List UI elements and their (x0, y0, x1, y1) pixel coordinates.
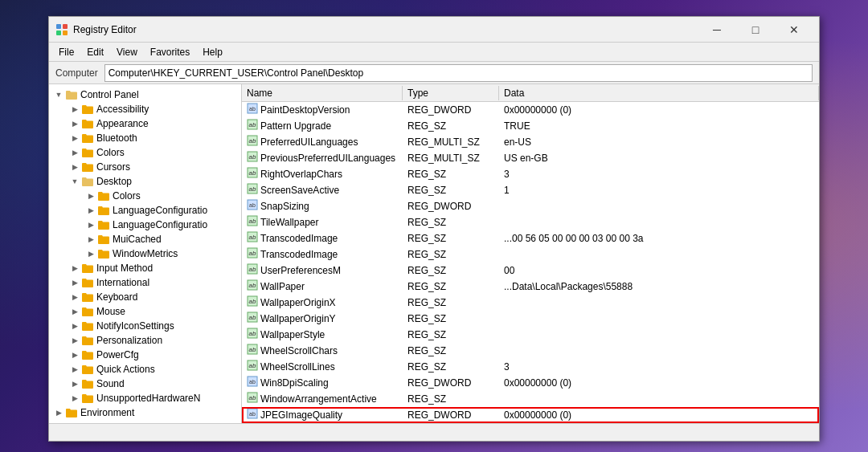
value-row[interactable]: ab Pattern Upgrade REG_SZ TRUE (242, 118, 819, 134)
svg-text:ab: ab (249, 153, 256, 161)
folder-icon (65, 407, 78, 418)
expand-icon[interactable]: ▶ (84, 247, 97, 260)
tree-panel[interactable]: ▼ Control Panel ▶ Accessibility ▶ (49, 84, 242, 423)
expand-icon[interactable]: ▶ (68, 161, 81, 173)
tree-item-langconfig1[interactable]: ▶ LanguageConfiguratio (49, 203, 241, 218)
value-row[interactable]: ab WindowArrangementActive REG_SZ (242, 391, 819, 407)
tree-item-accessibility[interactable]: ▶ Accessibility (49, 102, 241, 116)
tree-label: Control Panel (80, 89, 139, 100)
col-type-header[interactable]: Type (403, 86, 499, 100)
value-row[interactable]: ab UserPreferencesM REG_SZ 00 (242, 263, 819, 279)
value-row[interactable]: ab JPEGImageQuality REG_DWORD 0x00000000… (242, 407, 819, 423)
value-type-icon: ab (247, 215, 258, 229)
minimize-button[interactable]: ─ (698, 18, 735, 42)
tree-item-environment[interactable]: ▶ Environment (49, 405, 241, 420)
tree-item-unsupportedhardware[interactable]: ▶ UnsupportedHardwareN (49, 391, 241, 405)
expand-icon[interactable]: ▼ (52, 88, 65, 101)
tree-item-powercfg[interactable]: ▶ PowerCfg (49, 348, 241, 362)
menu-help[interactable]: Help (196, 45, 229, 59)
tree-item-keyboard[interactable]: ▶ Keyboard (49, 290, 241, 304)
menu-view[interactable]: View (110, 45, 144, 59)
value-row[interactable]: ab WheelScrollChars REG_SZ (242, 343, 819, 359)
expand-icon[interactable]: ▶ (84, 218, 97, 231)
value-row[interactable]: ab RightOverlapChars REG_SZ 3 (242, 166, 819, 182)
value-row[interactable]: ab Win8DpiScaling REG_DWORD 0x00000000 (… (242, 375, 819, 391)
tree-item-appearance[interactable]: ▶ Appearance (49, 116, 241, 131)
value-type-cell: REG_SZ (403, 296, 499, 309)
expand-icon[interactable]: ▶ (52, 406, 65, 419)
tree-item-notifyiconsettings[interactable]: ▶ NotifyIconSettings (49, 319, 241, 333)
svg-text:ab: ab (249, 185, 256, 193)
expand-icon[interactable]: ▶ (68, 320, 81, 332)
tree-label: MuiCached (113, 234, 162, 245)
value-row[interactable]: ab ScreenSaveActive REG_SZ 1 (242, 182, 819, 198)
col-data-header[interactable]: Data (499, 86, 819, 100)
tree-label: Keyboard (96, 291, 137, 303)
expand-icon[interactable]: ▶ (84, 189, 97, 202)
value-row[interactable]: ab WallpaperOriginX REG_SZ (242, 295, 819, 311)
expand-icon[interactable]: ▶ (68, 291, 81, 303)
tree-item-international[interactable]: ▶ International (49, 275, 241, 290)
expand-icon[interactable]: ▶ (84, 233, 97, 246)
tree-item-windowmetrics[interactable]: ▶ WindowMetrics (49, 246, 241, 261)
expand-icon[interactable]: ▶ (68, 377, 81, 390)
tree-label: Appearance (96, 118, 149, 129)
value-row[interactable]: ab TileWallpaper REG_SZ (242, 214, 819, 230)
expand-icon[interactable]: ▶ (68, 103, 81, 116)
svg-text:ab: ab (249, 411, 256, 417)
value-row[interactable]: ab TranscodedImage REG_SZ ...00 56 05 00… (242, 230, 819, 246)
menu-edit[interactable]: Edit (80, 45, 110, 59)
tree-item-sound[interactable]: ▶ Sound (49, 377, 241, 391)
value-row[interactable]: ab WallpaperOriginY REG_SZ (242, 311, 819, 327)
value-row[interactable]: ab PreviousPreferredUILanguages REG_MULT… (242, 150, 819, 166)
expand-icon[interactable]: ▶ (68, 305, 81, 318)
value-type-icon: ab (247, 360, 258, 373)
value-type-cell: REG_DWORD (403, 104, 499, 116)
value-name-cell: ab WallPaper (242, 279, 403, 294)
value-row[interactable]: ab WallPaper REG_SZ ...Data\Local\Packag… (242, 279, 819, 295)
menu-file[interactable]: File (52, 45, 80, 59)
folder-icon (65, 89, 78, 100)
folder-icon (97, 248, 110, 259)
tree-item-control-panel[interactable]: ▼ Control Panel (49, 88, 241, 102)
value-data-cell: 00 (499, 264, 819, 277)
expand-icon[interactable]: ▶ (84, 204, 97, 217)
svg-text:ab: ab (249, 314, 256, 321)
value-row[interactable]: ab TranscodedImage REG_SZ (242, 246, 819, 263)
expand-icon[interactable]: ▶ (68, 276, 81, 289)
tree-item-colors[interactable]: ▶ Colors (49, 145, 241, 160)
expand-icon[interactable]: ▼ (68, 175, 81, 188)
expand-icon[interactable]: ▶ (68, 132, 81, 145)
tree-item-desktop[interactable]: ▼ Desktop (49, 174, 241, 189)
value-row[interactable]: ab PreferredUILanguages REG_MULTI_SZ en-… (242, 134, 819, 150)
tree-item-quickactions[interactable]: ▶ Quick Actions (49, 362, 241, 377)
tree-item-cursors[interactable]: ▶ Cursors (49, 160, 241, 174)
tree-item-langconfig2[interactable]: ▶ LanguageConfiguratio (49, 218, 241, 232)
expand-icon[interactable]: ▶ (68, 334, 81, 347)
maximize-button[interactable]: □ (737, 18, 774, 42)
expand-icon[interactable]: ▶ (68, 348, 81, 361)
tree-item-bluetooth[interactable]: ▶ Bluetooth (49, 131, 241, 145)
menu-favorites[interactable]: Favorites (144, 45, 196, 59)
value-row[interactable]: ab SnapSizing REG_DWORD (242, 198, 819, 214)
close-button[interactable]: ✕ (776, 18, 813, 42)
value-row[interactable]: ab WallpaperStyle REG_SZ (242, 327, 819, 343)
value-row[interactable]: ab WheelScrollLines REG_SZ 3 (242, 359, 819, 375)
expand-icon[interactable]: ▶ (68, 363, 81, 376)
tree-item-muicached[interactable]: ▶ MuiCached (49, 232, 241, 246)
tree-item-desktop-colors[interactable]: ▶ Colors (49, 189, 241, 203)
window-title: Registry Editor (73, 24, 698, 35)
tree-item-mouse[interactable]: ▶ Mouse (49, 304, 241, 319)
col-name-header[interactable]: Name (242, 86, 403, 100)
expand-icon[interactable]: ▶ (68, 392, 81, 405)
address-path-display[interactable]: Computer\HKEY_CURRENT_USER\Control Panel… (104, 64, 813, 82)
expand-icon[interactable]: ▶ (68, 117, 81, 130)
svg-text:ab: ab (249, 282, 256, 289)
tree-item-inputmethod[interactable]: ▶ Input Method (49, 261, 241, 275)
tree-item-personalization[interactable]: ▶ Personalization (49, 333, 241, 348)
svg-text:ab: ab (249, 394, 256, 401)
value-name-text: TileWallpaper (260, 217, 318, 228)
expand-icon[interactable]: ▶ (68, 146, 81, 159)
value-row[interactable]: ab PaintDesktopVersion REG_DWORD 0x00000… (242, 102, 819, 118)
expand-icon[interactable]: ▶ (68, 262, 81, 275)
